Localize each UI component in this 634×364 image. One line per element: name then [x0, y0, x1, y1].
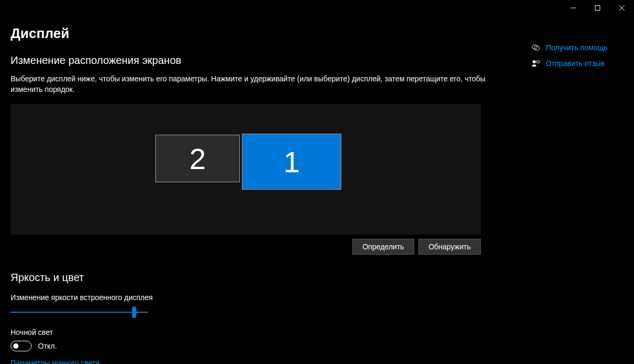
- brightness-slider[interactable]: [11, 306, 148, 319]
- svg-rect-7: [536, 61, 539, 63]
- arrange-heading: Изменение расположения экранов: [11, 54, 491, 67]
- page-title: Дисплей: [11, 25, 634, 42]
- detect-button[interactable]: Обнаружить: [418, 239, 481, 255]
- help-icon: [531, 43, 540, 52]
- monitor-1[interactable]: 1: [242, 134, 341, 190]
- monitor-2[interactable]: 2: [155, 135, 240, 182]
- minimize-button[interactable]: [561, 0, 585, 16]
- brightness-slider-label: Изменение яркости встроенного дисплея: [11, 293, 491, 302]
- brightness-heading: Яркость и цвет: [11, 272, 491, 284]
- maximize-button[interactable]: [585, 0, 610, 16]
- identify-button[interactable]: Определить: [352, 239, 414, 255]
- arrange-hint: Выберите дисплей ниже, чтобы изменить ег…: [11, 74, 491, 95]
- svg-rect-1: [595, 6, 600, 11]
- night-light-toggle[interactable]: [11, 341, 32, 351]
- night-light-settings-link[interactable]: Параметры ночного света: [11, 359, 100, 364]
- close-button[interactable]: [610, 0, 634, 16]
- feedback-link[interactable]: Отправить отзыв: [531, 59, 608, 68]
- display-arrangement-area[interactable]: 2 1: [11, 104, 481, 235]
- night-light-state: Откл.: [38, 342, 57, 350]
- night-light-label: Ночной свет: [11, 328, 491, 337]
- svg-point-6: [533, 60, 536, 63]
- feedback-link-label: Отправить отзыв: [546, 59, 604, 68]
- feedback-icon: [531, 59, 540, 68]
- help-link-label: Получить помощь: [546, 43, 608, 52]
- help-link[interactable]: Получить помощь: [531, 43, 608, 52]
